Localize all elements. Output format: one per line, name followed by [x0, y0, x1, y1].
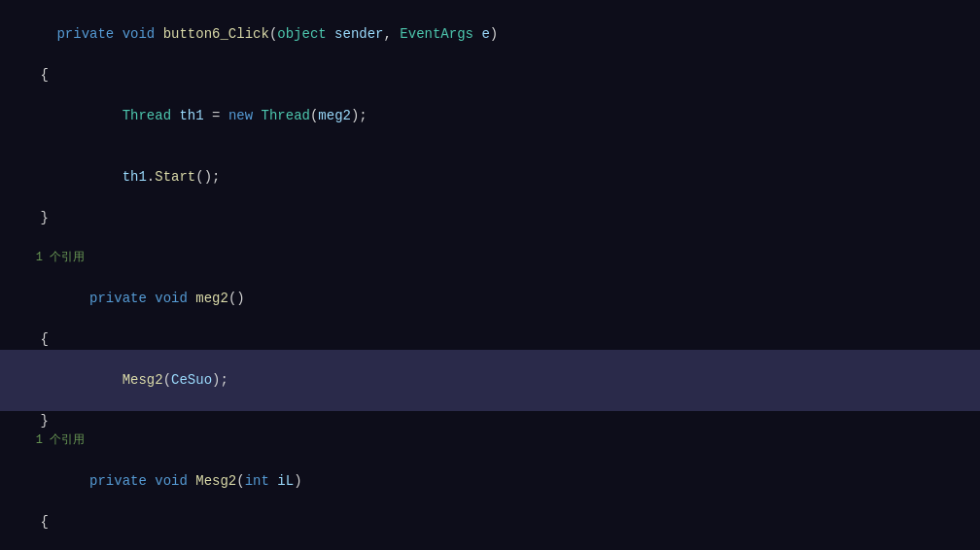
code-line: private void Mesg2(int iL) — [0, 451, 980, 512]
code-line-hint: 1 个引用 — [0, 249, 980, 268]
code-line: } — [0, 208, 980, 228]
code-line-highlighted: Mesg2(CeSuo); — [0, 350, 980, 411]
code-line: { — [0, 65, 980, 86]
code-editor: private void button6_Click(object sender… — [0, 0, 980, 550]
code-line: th1.Start(); — [0, 147, 980, 208]
code-line: private void button6_Click(object sender… — [0, 4, 980, 65]
code-line: Thread th1 = new Thread(meg2); — [0, 86, 980, 147]
code-line: } — [0, 411, 980, 431]
code-line: { — [0, 329, 980, 350]
code-line: { — [0, 512, 980, 533]
code-line — [0, 533, 980, 550]
code-line: private void meg2() — [0, 268, 980, 329]
code-line — [0, 228, 980, 249]
code-line-hint: 1 个引用 — [0, 431, 980, 451]
